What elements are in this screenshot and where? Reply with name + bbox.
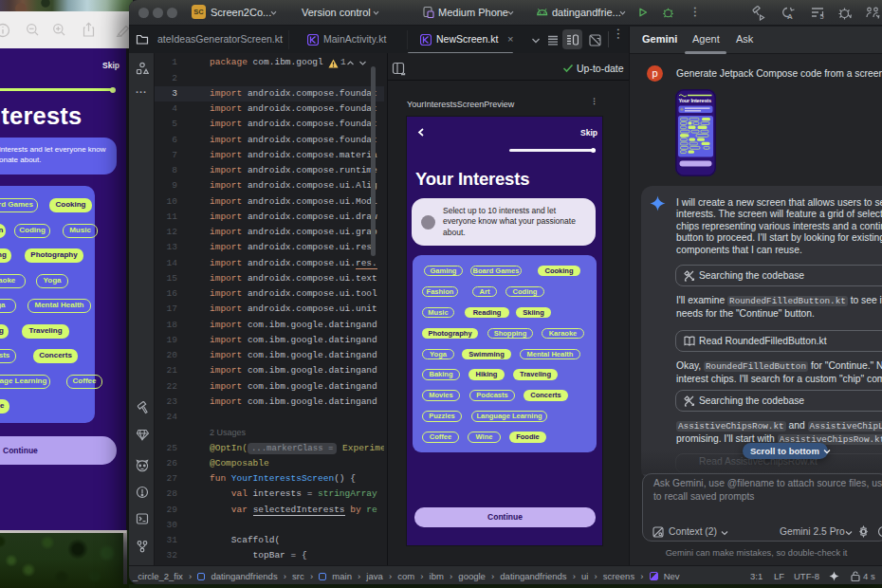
- svg-text:A: A: [787, 12, 793, 21]
- svg-text:5: 5: [820, 12, 824, 20]
- svg-text:Your Interests: Your Interests: [679, 98, 711, 103]
